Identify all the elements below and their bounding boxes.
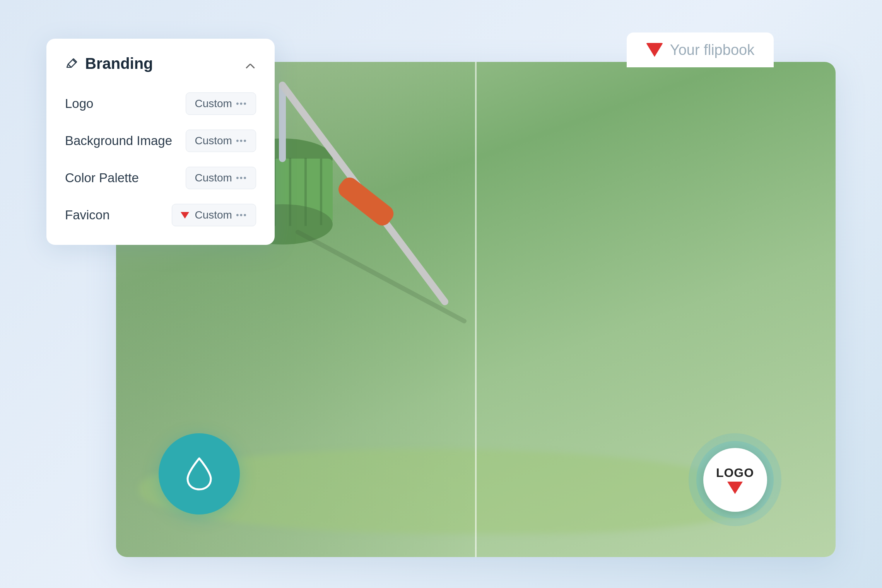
favicon-pin-icon <box>181 212 189 219</box>
background-label: Background Image <box>65 133 172 148</box>
flipbook-tab-label: Your flipbook <box>670 42 754 58</box>
favicon-custom-text: Custom <box>195 209 232 221</box>
color-custom-badge[interactable]: Custom ••• <box>186 167 256 189</box>
color-palette-circle <box>159 433 240 514</box>
favicon-dots: ••• <box>236 210 247 220</box>
logo-label: Logo <box>65 96 93 111</box>
branding-row-color: Color Palette Custom ••• <box>65 167 256 189</box>
background-custom-badge[interactable]: Custom ••• <box>186 130 256 152</box>
chevron-up-icon[interactable] <box>244 60 256 67</box>
background-custom-text: Custom <box>195 135 232 147</box>
branding-row-logo: Logo Custom ••• <box>65 92 256 115</box>
favicon-custom-badge[interactable]: Custom ••• <box>172 204 256 226</box>
color-dots: ••• <box>236 173 247 183</box>
panel-title: Branding <box>85 55 153 72</box>
logo-custom-text: Custom <box>195 97 232 110</box>
logo-badge-pin-icon <box>727 482 743 494</box>
color-palette-badge <box>159 433 240 514</box>
flipbook-pin-icon <box>646 43 663 57</box>
branding-row-background: Background Image Custom ••• <box>65 130 256 152</box>
flipbook-tab: Your flipbook <box>627 32 774 67</box>
logo-badge: LOGO <box>689 433 781 526</box>
panel-header: Branding <box>65 55 256 72</box>
background-dots: ••• <box>236 136 247 146</box>
logo-badge-middle-ring: LOGO <box>696 441 774 518</box>
pencil-icon <box>65 57 78 70</box>
logo-custom-badge[interactable]: Custom ••• <box>186 92 256 115</box>
logo-badge-inner: LOGO <box>703 448 767 512</box>
logo-badge-outer-ring: LOGO <box>689 433 781 526</box>
branding-row-favicon: Favicon Custom ••• <box>65 204 256 226</box>
svg-line-12 <box>298 232 464 321</box>
book-spine <box>475 62 477 557</box>
branding-panel: Branding Logo Custom ••• Background Imag… <box>46 39 275 245</box>
water-drop-icon <box>180 455 219 493</box>
color-custom-text: Custom <box>195 172 232 184</box>
logo-badge-text: LOGO <box>716 466 754 480</box>
logo-dots: ••• <box>236 99 247 109</box>
panel-header-left: Branding <box>65 55 153 72</box>
color-label: Color Palette <box>65 171 139 185</box>
favicon-label: Favicon <box>65 208 110 222</box>
svg-rect-11 <box>335 174 397 229</box>
